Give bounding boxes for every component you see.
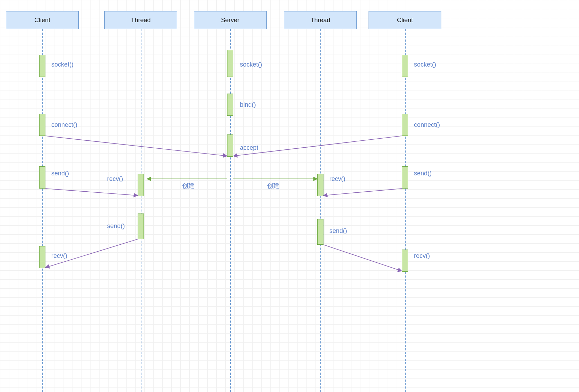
label-t2-send: send() — [329, 227, 347, 235]
lifeline-dash-server — [230, 29, 231, 392]
activation-thread2-10 — [317, 219, 323, 245]
label-s-bind: bind() — [240, 101, 256, 108]
activation-client2-14 — [402, 250, 408, 272]
activation-client1-1 — [39, 114, 45, 136]
activation-client1-3 — [39, 246, 45, 268]
activation-client2-13 — [402, 166, 408, 189]
label-create-r: 创建 — [267, 182, 279, 190]
label-c2-socket: socket() — [414, 61, 436, 68]
activation-client1-2 — [39, 166, 45, 189]
activation-thread2-9 — [317, 174, 323, 196]
activation-server-7 — [227, 94, 233, 116]
grid-background — [0, 0, 579, 392]
activation-client2-11 — [402, 55, 408, 77]
activation-client1-0 — [39, 55, 45, 77]
lifeline-head-thread2: Thread — [284, 11, 357, 29]
label-c1-recv: recv() — [51, 252, 67, 260]
label-c2-connect: connect() — [414, 121, 440, 129]
label-c1-send: send() — [51, 170, 69, 177]
lifeline-head-server: Server — [194, 11, 267, 29]
lifeline-dash-client1 — [42, 29, 43, 392]
label-t2-recv: recv() — [329, 175, 345, 183]
page-divider — [96, 0, 96, 392]
label-t1-send: send() — [107, 223, 125, 230]
label-s-accept: accept — [240, 144, 258, 151]
activation-thread1-4 — [138, 174, 144, 196]
label-c1-socket: socket() — [51, 61, 74, 68]
lifeline-dash-thread2 — [320, 29, 321, 392]
activation-server-8 — [227, 134, 233, 157]
label-s-socket: socket() — [240, 61, 262, 68]
lifeline-head-client2: Client — [369, 11, 441, 29]
lifeline-dash-client2 — [405, 29, 406, 392]
activation-thread1-5 — [138, 214, 144, 239]
activation-server-6 — [227, 50, 233, 77]
lifeline-dash-thread1 — [141, 29, 141, 392]
label-c2-send: send() — [414, 170, 432, 177]
label-c1-connect: connect() — [51, 121, 77, 129]
lifeline-head-client1: Client — [6, 11, 79, 29]
activation-client2-12 — [402, 114, 408, 136]
lifeline-head-thread1: Thread — [104, 11, 177, 29]
label-c2-recv: recv() — [414, 252, 430, 260]
label-t1-recv: recv() — [107, 175, 123, 183]
label-create-l: 创建 — [182, 182, 195, 190]
